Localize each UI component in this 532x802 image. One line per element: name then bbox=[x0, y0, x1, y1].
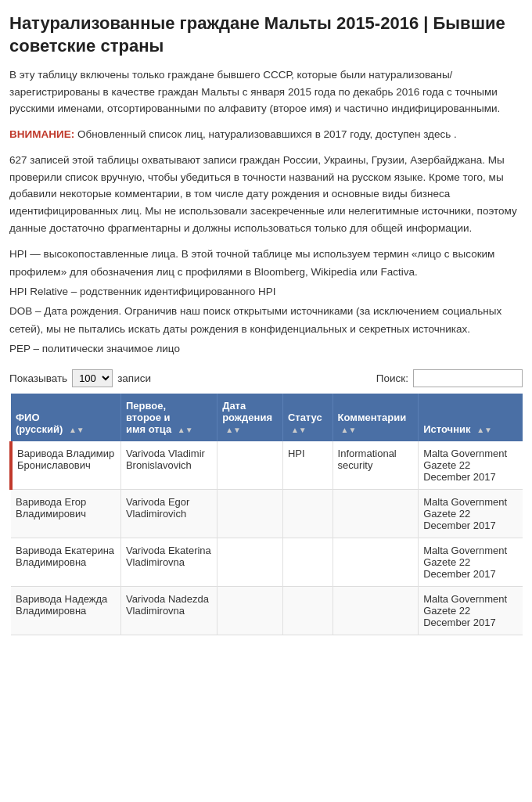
cell-name-ru: Варивода Владимир Брониславович bbox=[11, 441, 120, 490]
cell-name-en: Varivoda Ekaterina Vladimirovna bbox=[120, 538, 217, 586]
search-label: Поиск: bbox=[376, 372, 408, 384]
sort-icon-name-en: ▲▼ bbox=[178, 426, 193, 434]
cell-comments bbox=[332, 538, 419, 586]
table-row: Варивода Екатерина ВладимировнаVarivoda … bbox=[11, 538, 523, 586]
table-row: Варивода Владимир БрониславовичVarivoda … bbox=[11, 441, 523, 490]
description-paragraph: 627 записей этой таблицы охватывают запи… bbox=[9, 152, 523, 236]
def-hpi: HPI — высокопоставленные лица. В этой то… bbox=[9, 246, 523, 282]
table-row: Варивода Надежда ВладимировнаVarivoda Na… bbox=[11, 586, 523, 635]
cell-comments: Informational security bbox=[332, 441, 419, 490]
cell-name-ru: Варивода Егор Владимирович bbox=[11, 489, 120, 538]
warning-paragraph: ВНИМАНИЕ: Обновленный список лиц, натура… bbox=[9, 127, 523, 142]
show-entries-label: Показывать bbox=[9, 372, 67, 384]
col-status[interactable]: Статус ▲▼ bbox=[282, 394, 332, 441]
cell-dob bbox=[217, 586, 283, 635]
definitions-section: HPI — высокопоставленные лица. В этой то… bbox=[9, 246, 523, 358]
def-dob: DOB – Дата рождения. Ограничив наш поиск… bbox=[9, 303, 523, 339]
cell-status bbox=[282, 489, 332, 538]
cell-name-ru: Варивода Екатерина Владимировна bbox=[11, 538, 120, 586]
cell-comments bbox=[332, 586, 419, 635]
col-comments[interactable]: Комментарии ▲▼ bbox=[332, 394, 419, 441]
page-title: Натурализованные граждане Мальты 2015-20… bbox=[9, 13, 523, 57]
col-name-ru[interactable]: ФИО(русский) ▲▼ bbox=[11, 394, 120, 441]
data-table: ФИО(русский) ▲▼ Первое,второе иимя отца … bbox=[9, 394, 523, 635]
table-body: Варивода Владимир БрониславовичVarivoda … bbox=[11, 441, 523, 635]
cell-dob bbox=[217, 441, 283, 490]
cell-name-ru: Варивода Надежда Владимировна bbox=[11, 586, 120, 635]
def-pep: PEP – политически значимое лицо bbox=[9, 340, 523, 358]
col-source[interactable]: Источник ▲▼ bbox=[419, 394, 523, 441]
cell-source: Malta Government Gazete 22 December 2017 bbox=[419, 538, 523, 586]
header-row: ФИО(русский) ▲▼ Первое,второе иимя отца … bbox=[11, 394, 523, 441]
search-right: Поиск: bbox=[376, 369, 523, 387]
cell-source: Malta Government Gazete 22 December 2017 bbox=[419, 586, 523, 635]
col-dob[interactable]: Датарождения ▲▼ bbox=[217, 394, 283, 441]
cell-source: Malta Government Gazete 22 December 2017 bbox=[419, 441, 523, 490]
table-header: ФИО(русский) ▲▼ Первое,второе иимя отца … bbox=[11, 394, 523, 441]
search-input[interactable] bbox=[413, 369, 523, 387]
sort-icon-source: ▲▼ bbox=[476, 426, 492, 434]
sort-icon-dob: ▲▼ bbox=[225, 426, 241, 434]
cell-source: Malta Government Gazete 22 December 2017 bbox=[419, 489, 523, 538]
sort-icon-status: ▲▼ bbox=[291, 426, 307, 434]
cell-comments bbox=[332, 489, 419, 538]
cell-name-en: Varivoda Vladimir Bronislavovich bbox=[120, 441, 217, 490]
warning-label: ВНИМАНИЕ: bbox=[9, 128, 74, 140]
cell-name-en: Varivoda Egor Vladimirovich bbox=[120, 489, 217, 538]
cell-dob bbox=[217, 489, 283, 538]
col-name-en[interactable]: Первое,второе иимя отца ▲▼ bbox=[120, 394, 217, 441]
sort-icon-name-ru: ▲▼ bbox=[69, 426, 84, 434]
warning-text: Обновленный список лиц, натурализовавших… bbox=[77, 128, 457, 140]
cell-status bbox=[282, 538, 332, 586]
sort-icon-comments: ▲▼ bbox=[341, 426, 357, 434]
show-entries-suffix: записи bbox=[117, 372, 151, 384]
cell-status: HPI bbox=[282, 441, 332, 490]
show-entries-left: Показывать 100 25 50 записи bbox=[9, 369, 151, 387]
table-controls: Показывать 100 25 50 записи Поиск: bbox=[9, 369, 523, 387]
table-row: Варивода Егор ВладимировичVarivoda Egor … bbox=[11, 489, 523, 538]
cell-status bbox=[282, 586, 332, 635]
show-entries-select[interactable]: 100 25 50 bbox=[72, 369, 113, 387]
intro-paragraph: В эту таблицу включены только граждане б… bbox=[9, 67, 523, 117]
cell-dob bbox=[217, 538, 283, 586]
cell-name-en: Varivoda Nadezda Vladimirovna bbox=[120, 586, 217, 635]
def-hpi-relative: HPI Relative – родственник идентифициров… bbox=[9, 283, 523, 301]
